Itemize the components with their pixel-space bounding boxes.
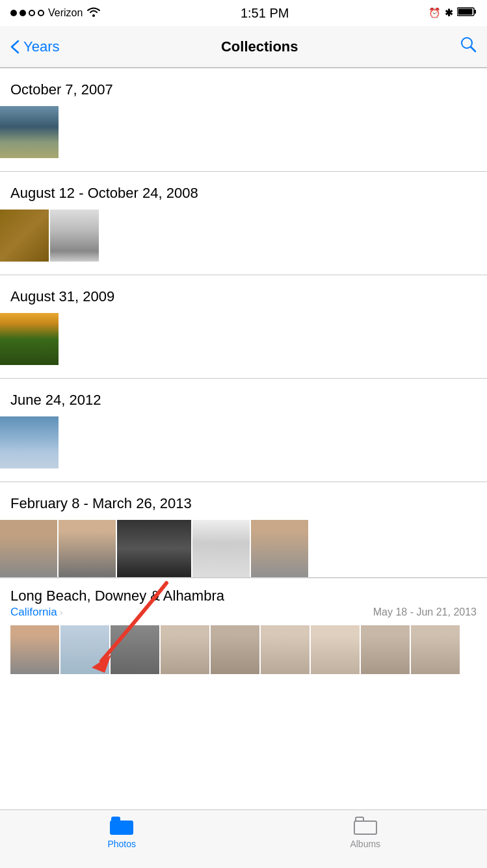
signal-dot-4 [38, 10, 44, 16]
location-thumbnails[interactable] [10, 619, 477, 674]
loc-thumb-2[interactable] [60, 625, 109, 674]
location-state[interactable]: California › [10, 606, 62, 619]
location-section[interactable]: Long Beach, Downey & Alhambra California… [0, 578, 487, 674]
loc-thumb-3[interactable] [111, 625, 159, 674]
tab-photos[interactable]: Photos [0, 817, 244, 849]
signal-dot-3 [29, 10, 35, 16]
thumbnail-person-2[interactable] [59, 520, 116, 577]
thumbnail-person-5[interactable] [251, 520, 308, 577]
signal-dot-2 [20, 10, 26, 16]
state-label: California [10, 606, 57, 619]
location-title: Long Beach, Downey & Alhambra [10, 588, 477, 604]
tab-albums[interactable]: Albums [244, 817, 488, 849]
loc-thumb-7[interactable] [311, 625, 360, 674]
thumbnail-person-4[interactable] [192, 520, 250, 577]
status-bar: Verizon 1:51 PM ⏰ ✱ [0, 0, 487, 26]
location-subtitle-row: California › May 18 - Jun 21, 2013 [10, 606, 477, 619]
svg-rect-2 [458, 8, 472, 14]
collection-group-5[interactable]: February 8 - March 26, 2013 [0, 482, 487, 577]
collection-date-3: August 31, 2009 [0, 275, 487, 313]
wifi-icon [86, 7, 101, 20]
collection-thumbnails-1[interactable] [0, 106, 487, 171]
location-thumbs-container [10, 619, 477, 674]
collection-date-4: June 24, 2012 [0, 379, 487, 416]
thumbnail-wood[interactable] [0, 210, 49, 262]
loc-thumb-4[interactable] [161, 625, 209, 674]
collection-thumbnails-5[interactable] [0, 520, 487, 577]
collection-thumbnails-2[interactable] [0, 210, 487, 275]
thumbnail-person-3[interactable] [117, 520, 191, 577]
status-right: ⏰ ✱ [428, 7, 477, 20]
thumbnail-clouds[interactable] [0, 416, 59, 468]
nav-bar: Years Collections [0, 26, 487, 68]
location-date-range: May 18 - Jun 21, 2013 [373, 606, 477, 618]
photos-tab-label: Photos [107, 839, 136, 849]
alarm-icon: ⏰ [428, 7, 441, 19]
collection-thumbnails-4[interactable] [0, 416, 487, 481]
collection-thumbnails-3[interactable] [0, 313, 487, 378]
thumbnail-forest[interactable] [0, 313, 59, 365]
albums-tab-label: Albums [350, 839, 380, 849]
loc-thumb-9[interactable] [411, 625, 460, 674]
loc-thumb-5[interactable] [211, 625, 259, 674]
search-button[interactable] [460, 36, 477, 57]
albums-tab-icon [354, 817, 377, 836]
signal-dots [10, 10, 44, 16]
thumbnail-dog[interactable] [50, 210, 99, 262]
loc-thumb-1[interactable] [10, 625, 59, 674]
collection-date-5: February 8 - March 26, 2013 [0, 482, 487, 520]
collections-content: October 7, 2007 August 12 - October 24, … [0, 68, 487, 733]
collection-date-1: October 7, 2007 [0, 68, 487, 106]
back-button[interactable]: Years [10, 38, 59, 55]
collection-group-3[interactable]: August 31, 2009 [0, 275, 487, 378]
back-label: Years [23, 38, 59, 55]
bluetooth-icon: ✱ [445, 7, 453, 19]
collection-group-1[interactable]: October 7, 2007 [0, 68, 487, 171]
svg-rect-1 [474, 10, 476, 14]
page-title: Collections [221, 38, 298, 55]
thumbnail-mountain[interactable] [0, 106, 59, 158]
status-left: Verizon [10, 7, 101, 20]
loc-thumb-6[interactable] [261, 625, 309, 674]
chevron-right-icon: › [60, 607, 63, 617]
photos-tab-icon [110, 817, 133, 836]
battery-icon [457, 7, 477, 20]
collection-group-2[interactable]: August 12 - October 24, 2008 [0, 172, 487, 275]
svg-line-4 [471, 47, 475, 51]
signal-dot-1 [10, 10, 17, 16]
collection-date-2: August 12 - October 24, 2008 [0, 172, 487, 210]
carrier-label: Verizon [48, 7, 83, 19]
collection-group-4[interactable]: June 24, 2012 [0, 379, 487, 481]
thumbnail-person-1[interactable] [0, 520, 57, 577]
status-time: 1:51 PM [241, 6, 289, 21]
tab-bar: Photos Albums [0, 809, 487, 868]
loc-thumb-8[interactable] [361, 625, 410, 674]
